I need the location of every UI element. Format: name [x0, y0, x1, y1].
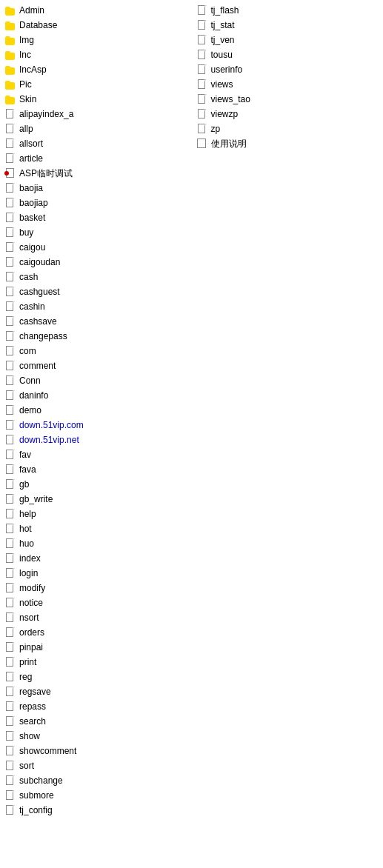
list-item[interactable]: buy: [3, 225, 189, 240]
list-item[interactable]: 使用说明: [195, 136, 381, 151]
list-item[interactable]: fav: [3, 447, 189, 462]
item-label: cashsave: [19, 316, 57, 327]
item-label: views: [211, 79, 233, 90]
list-item[interactable]: tousu: [195, 47, 381, 62]
list-item[interactable]: showcomment: [3, 744, 189, 758]
file-icon: [4, 227, 16, 238]
list-item[interactable]: allsort: [3, 136, 189, 151]
list-item[interactable]: zp: [195, 121, 381, 136]
list-item[interactable]: viewzp: [195, 107, 381, 121]
file-icon: [4, 316, 16, 327]
list-item[interactable]: regsave: [3, 684, 189, 699]
list-item[interactable]: basket: [3, 210, 189, 225]
list-item[interactable]: show: [3, 729, 189, 744]
item-label: subchange: [19, 775, 63, 786]
item-label: zp: [211, 124, 221, 134]
list-item[interactable]: nsort: [3, 610, 189, 625]
list-item[interactable]: login: [3, 566, 189, 581]
list-item[interactable]: caigoudan: [3, 255, 189, 270]
list-item[interactable]: sort: [3, 758, 189, 773]
item-label: article: [19, 153, 43, 164]
list-item[interactable]: Admin: [3, 3, 189, 18]
list-item[interactable]: submore: [3, 788, 189, 803]
item-label: reg: [19, 672, 32, 682]
list-item[interactable]: com: [3, 344, 189, 358]
list-item[interactable]: gb: [3, 477, 189, 492]
list-item[interactable]: fava: [3, 462, 189, 477]
file-icon: [4, 775, 16, 787]
item-label: ASP临时调试: [19, 167, 73, 180]
list-item[interactable]: daninfo: [3, 388, 189, 403]
item-label: demo: [19, 405, 41, 415]
list-item[interactable]: modify: [3, 581, 189, 595]
item-label: changepass: [19, 331, 67, 341]
item-label: userinfo: [211, 64, 243, 75]
list-item[interactable]: cashguest: [3, 284, 189, 299]
list-item[interactable]: index: [3, 551, 189, 566]
list-item[interactable]: baojiap: [3, 196, 189, 210]
list-item[interactable]: Database: [3, 18, 189, 33]
file-icon: [4, 108, 16, 120]
list-item[interactable]: tj_flash: [195, 3, 381, 18]
file-icon: [4, 641, 16, 653]
list-item[interactable]: changepass: [3, 329, 189, 344]
list-item[interactable]: views: [195, 77, 381, 92]
item-label: nsort: [19, 612, 39, 623]
list-item[interactable]: cashsave: [3, 314, 189, 329]
list-item[interactable]: cash: [3, 270, 189, 284]
list-item[interactable]: allp: [3, 121, 189, 136]
file-icon: [4, 375, 16, 387]
item-label: sort: [19, 761, 34, 771]
list-item[interactable]: article: [3, 151, 189, 166]
list-item[interactable]: demo: [3, 403, 189, 418]
file-icon: [4, 567, 16, 579]
list-item[interactable]: tj_stat: [195, 18, 381, 33]
list-item[interactable]: orders: [3, 625, 189, 640]
list-item[interactable]: pinpai: [3, 640, 189, 655]
list-item[interactable]: tj_config: [3, 803, 189, 818]
list-item[interactable]: Img: [3, 33, 189, 47]
item-label: showcomment: [19, 746, 76, 756]
item-label: index: [19, 553, 41, 564]
list-item[interactable]: repass: [3, 699, 189, 714]
file-icon: [4, 286, 16, 298]
list-item[interactable]: notice: [3, 595, 189, 610]
list-item[interactable]: down.51vip.com: [3, 418, 189, 433]
list-item[interactable]: down.51vip.net: [3, 433, 189, 447]
list-item[interactable]: reg: [3, 670, 189, 684]
folder-icon: [4, 49, 16, 61]
file-icon: [4, 390, 16, 401]
list-item[interactable]: subchange: [3, 773, 189, 788]
item-label: search: [19, 716, 46, 727]
list-item[interactable]: IncAsp: [3, 62, 189, 77]
list-item[interactable]: help: [3, 507, 189, 521]
list-item[interactable]: print: [3, 655, 189, 670]
file-icon: [4, 552, 16, 564]
list-item[interactable]: search: [3, 714, 189, 729]
list-item[interactable]: hot: [3, 521, 189, 536]
list-item[interactable]: views_tao: [195, 92, 381, 107]
list-item[interactable]: ASP临时调试: [3, 166, 189, 181]
list-item[interactable]: alipayindex_a: [3, 107, 189, 121]
item-label: fava: [19, 464, 36, 475]
file-icon: [4, 345, 16, 357]
file-icon: [4, 686, 16, 698]
list-item[interactable]: Conn: [3, 373, 189, 388]
list-item[interactable]: baojia: [3, 181, 189, 196]
file-icon: [196, 123, 208, 135]
list-item[interactable]: caigou: [3, 240, 189, 255]
list-item[interactable]: gb_write: [3, 492, 189, 507]
list-item[interactable]: Pic: [3, 77, 189, 92]
file-icon: [4, 701, 16, 712]
item-label: tj_stat: [211, 20, 235, 30]
list-item[interactable]: Inc: [3, 47, 189, 62]
list-item[interactable]: comment: [3, 358, 189, 373]
list-item[interactable]: tj_ven: [195, 33, 381, 47]
file-icon: [196, 93, 208, 105]
list-item[interactable]: cashin: [3, 299, 189, 314]
list-item[interactable]: userinfo: [195, 62, 381, 77]
list-item[interactable]: Skin: [3, 92, 189, 107]
item-label: cashin: [19, 301, 45, 312]
item-label: caigoudan: [19, 257, 60, 267]
list-item[interactable]: huo: [3, 536, 189, 551]
